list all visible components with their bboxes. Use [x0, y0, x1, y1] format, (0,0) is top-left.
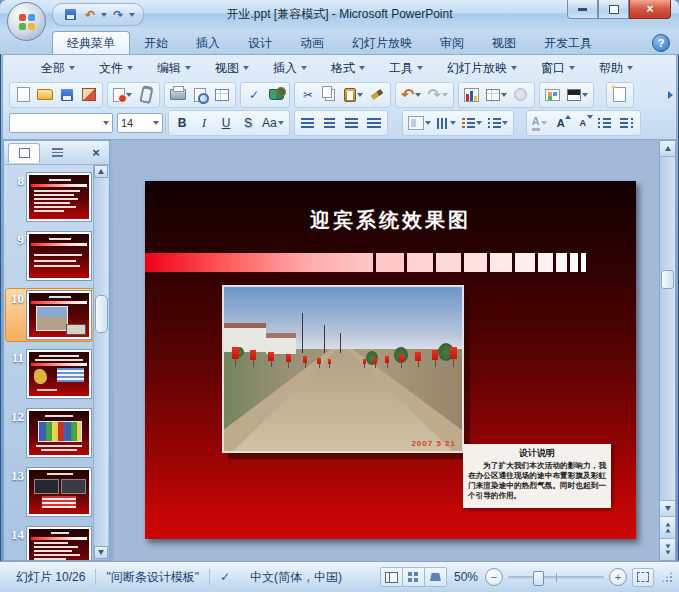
numbering-button[interactable] [459, 113, 485, 134]
font-color-button[interactable]: A [529, 113, 550, 134]
close-button[interactable]: × [629, 0, 671, 19]
slide-thumbnail-10-selected[interactable]: 10 [6, 289, 93, 341]
attach-file-button[interactable] [135, 84, 157, 105]
background-button[interactable] [564, 84, 591, 105]
placeholder-button[interactable] [405, 113, 434, 134]
minimize-button[interactable] [567, 0, 598, 19]
menu-file[interactable]: 文件 [89, 58, 143, 79]
spelling-button[interactable]: ✓ [243, 84, 265, 105]
increase-indent-button[interactable] [616, 113, 638, 134]
menu-tools[interactable]: 工具 [379, 58, 433, 79]
format-painter-button[interactable] [366, 84, 388, 105]
slide-thumbnail-13[interactable]: 13 [6, 466, 93, 518]
tab-home[interactable]: 开始 [130, 32, 182, 54]
save-button-toolbar[interactable] [56, 84, 78, 105]
scroll-track[interactable] [660, 157, 675, 500]
previous-slide-button[interactable] [660, 516, 675, 538]
resize-grip[interactable] [661, 571, 673, 583]
zoom-slider[interactable] [508, 576, 604, 579]
tab-slideshow[interactable]: 幻灯片放映 [338, 32, 426, 54]
language-indicator[interactable]: 中文(简体，中国) [240, 569, 352, 586]
change-case-button[interactable]: Aa [259, 113, 287, 134]
panel-scroll-down-button[interactable] [94, 546, 108, 559]
italic-button[interactable]: I [193, 113, 215, 134]
next-slide-button[interactable] [660, 538, 675, 560]
slide-sorter-button[interactable] [402, 568, 424, 586]
panel-scroll-thumb[interactable] [95, 295, 108, 333]
tab-review[interactable]: 审阅 [426, 32, 478, 54]
help-button[interactable]: ? [652, 34, 670, 52]
design-note-box[interactable]: 设计说明 为了扩大我们本次活动的影响力，我在办公区通往现场的途中布置彩旗及彩虹门… [463, 444, 611, 508]
slide-thumbnail-8[interactable]: 8 [6, 171, 93, 223]
copy-button[interactable] [319, 84, 341, 105]
panel-scroll-up-button[interactable] [94, 165, 108, 178]
shadow-button[interactable]: S [237, 113, 259, 134]
menu-window[interactable]: 窗口 [531, 58, 585, 79]
slide-thumbnail-12[interactable]: 12 [6, 407, 93, 459]
scroll-thumb[interactable] [661, 270, 674, 289]
tab-insert[interactable]: 插入 [182, 32, 234, 54]
decrease-font-button[interactable]: A [572, 113, 594, 134]
restore-button[interactable] [598, 0, 629, 19]
slide-thumbnail-11[interactable]: 11 [6, 348, 93, 400]
menu-edit[interactable]: 编辑 [147, 58, 201, 79]
tab-slides-thumbnails[interactable] [8, 143, 40, 163]
slide-indicator[interactable]: 幻灯片 10/26 [6, 569, 95, 586]
tab-outline[interactable] [42, 143, 72, 162]
permission-button[interactable] [110, 84, 135, 105]
hyperlink-button[interactable] [510, 84, 532, 105]
panel-close-button[interactable]: × [87, 144, 105, 161]
tab-classic-menu[interactable]: 经典菜单 [52, 31, 130, 54]
tab-design[interactable]: 设计 [234, 32, 286, 54]
slide-10[interactable]: 迎宾系统效果图 [145, 181, 636, 539]
menu-all[interactable]: 全部 [31, 58, 85, 79]
menu-view[interactable]: 视图 [205, 58, 259, 79]
research-button[interactable] [265, 84, 287, 105]
menu-format[interactable]: 格式 [321, 58, 375, 79]
decrease-indent-button[interactable] [594, 113, 616, 134]
slide-design-button[interactable] [542, 84, 564, 105]
open-button[interactable] [34, 84, 56, 105]
align-left-button[interactable] [297, 113, 319, 134]
cut-button[interactable]: ✂ [297, 84, 319, 105]
slideshow-button[interactable] [424, 568, 446, 586]
bullets-button[interactable] [485, 113, 511, 134]
page-setup-button[interactable] [211, 84, 233, 105]
menu-slideshow[interactable]: 幻灯片放映 [437, 58, 527, 79]
menu-insert[interactable]: 插入 [263, 58, 317, 79]
zoom-in-button[interactable]: + [609, 568, 627, 586]
main-scrollbar[interactable] [659, 140, 676, 561]
tab-developer[interactable]: 开发工具 [530, 32, 606, 54]
print-button[interactable] [167, 84, 189, 105]
office-button[interactable] [7, 2, 46, 41]
new-slide-button[interactable] [609, 84, 631, 105]
fit-to-window-button[interactable] [632, 568, 654, 587]
font-size-combo[interactable]: 14 [117, 113, 163, 133]
slide-thumbnail-9[interactable]: 9 [6, 230, 93, 282]
align-center-button[interactable] [319, 113, 341, 134]
normal-view-button[interactable] [381, 568, 402, 586]
insert-table-button[interactable] [483, 84, 510, 105]
slide-title[interactable]: 迎宾系统效果图 [145, 207, 636, 234]
spellcheck-status-icon[interactable]: ✓ [210, 570, 240, 584]
save-as-picture-button[interactable] [78, 84, 100, 105]
panel-scrollbar[interactable] [93, 165, 108, 559]
justify-button[interactable] [363, 113, 385, 134]
new-button[interactable] [12, 84, 34, 105]
underline-button[interactable]: U [215, 113, 237, 134]
insert-chart-button[interactable] [461, 84, 483, 105]
redo-button-toolbar[interactable]: ↷ [424, 84, 450, 105]
align-right-button[interactable] [341, 113, 363, 134]
bold-button[interactable]: B [171, 113, 193, 134]
tab-view[interactable]: 视图 [478, 32, 530, 54]
zoom-slider-thumb[interactable] [533, 571, 544, 586]
slide-thumbnail-14[interactable]: 14 [6, 525, 93, 560]
print-preview-button[interactable] [189, 84, 211, 105]
scroll-up-button[interactable] [660, 141, 675, 157]
toolbar-overflow-icon[interactable] [668, 91, 673, 99]
text-direction-button[interactable] [434, 113, 459, 134]
undo-button-toolbar[interactable]: ↶ [398, 84, 424, 105]
paste-button[interactable] [341, 84, 366, 105]
zoom-level[interactable]: 50% [452, 570, 480, 584]
tab-animations[interactable]: 动画 [286, 32, 338, 54]
